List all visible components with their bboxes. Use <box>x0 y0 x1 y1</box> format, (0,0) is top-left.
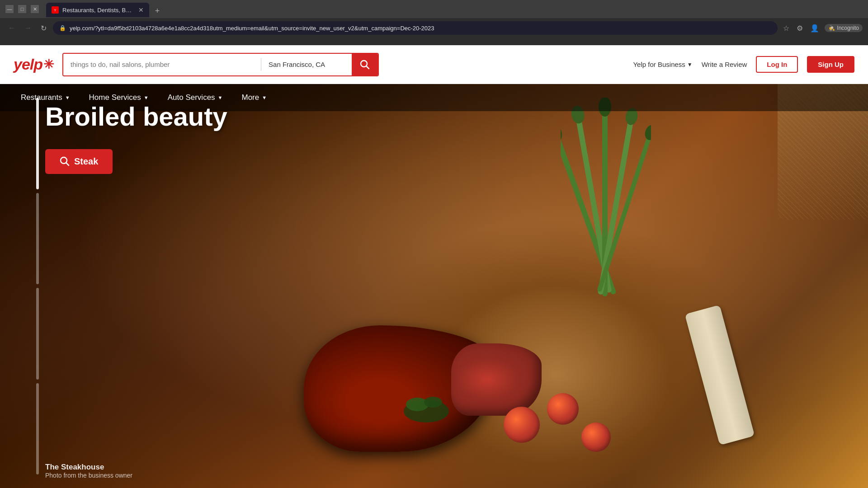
nav-auto-services-label: Auto Services <box>168 93 215 102</box>
nav-more-label: More <box>242 93 259 102</box>
indicator-segment-3 <box>36 288 39 380</box>
more-chevron-icon: ▼ <box>262 95 267 100</box>
svg-rect-2 <box>561 132 617 295</box>
indicator-segment-2 <box>36 193 39 285</box>
nav-home-services-label: Home Services <box>89 93 141 102</box>
yelp-logo[interactable]: yelp✳ <box>14 56 53 73</box>
nav-item-more[interactable]: More ▼ <box>235 89 274 106</box>
browser-actions: ☆ ⚙ 👤 🕵 Incognito <box>781 22 863 34</box>
restaurants-chevron-icon: ▼ <box>65 95 70 100</box>
forward-button[interactable]: → <box>22 22 34 34</box>
svg-point-3 <box>561 122 564 143</box>
home-services-chevron-icon: ▼ <box>144 95 149 100</box>
address-bar[interactable]: 🔒 yelp.com/?ytl=da9f5bd2103a4728a6e4e1a8… <box>53 21 778 35</box>
search-icon <box>360 60 370 70</box>
url-text: yelp.com/?ytl=da9f5bd2103a4728a6e4e1a8cc… <box>70 25 771 32</box>
reload-button[interactable]: ↻ <box>38 22 49 34</box>
svg-point-11 <box>643 123 651 141</box>
incognito-badge: 🕵 Incognito <box>825 24 863 32</box>
svg-point-14 <box>424 397 442 408</box>
tomato-2 <box>547 393 579 425</box>
tab-bar: Y Restaurants, Dentists, Bars, Bea... ✕ … <box>42 1 863 17</box>
incognito-label: Incognito <box>837 25 859 31</box>
indicator-segment-4 <box>36 383 39 475</box>
steak-cta-button[interactable]: Steak <box>45 149 113 174</box>
indicator-segment-1 <box>36 98 39 189</box>
extensions-button[interactable]: ⚙ <box>795 22 805 34</box>
profile-button[interactable]: 👤 <box>808 22 821 34</box>
header-actions: Yelp for Business ▼ Write a Review Log I… <box>633 56 854 73</box>
browser-chrome: — □ ✕ Y Restaurants, Dentists, Bars, Bea… <box>0 0 868 45</box>
svg-line-1 <box>367 66 369 69</box>
hero-title: Broiled beauty <box>45 102 227 131</box>
steak-search-icon <box>60 156 70 166</box>
auto-services-chevron-icon: ▼ <box>218 95 223 100</box>
yelp-header: yelp✳ Yelp for Business ▼ Write a Review… <box>0 45 868 84</box>
herbs-decoration <box>399 389 453 425</box>
chevron-down-icon: ▼ <box>687 61 693 68</box>
maximize-button[interactable]: □ <box>18 5 26 13</box>
hero-indicator-bar <box>36 98 39 474</box>
back-button[interactable]: ← <box>5 22 18 34</box>
browser-titlebar: — □ ✕ Y Restaurants, Dentists, Bars, Bea… <box>0 0 868 18</box>
bookmark-button[interactable]: ☆ <box>781 22 791 34</box>
yelp-page: yelp✳ Yelp for Business ▼ Write a Review… <box>0 45 868 488</box>
location-input[interactable] <box>261 54 352 75</box>
minimize-button[interactable]: — <box>5 5 14 13</box>
yelp-logo-text: yelp <box>14 56 42 73</box>
hero-caption: The Steakhouse Photo from the business o… <box>45 463 132 479</box>
tomato-1 <box>504 407 540 443</box>
tab-favicon: Y <box>52 6 59 14</box>
search-input[interactable] <box>63 54 261 75</box>
nav-restaurants-label: Restaurants <box>21 93 62 102</box>
yelp-for-business-link[interactable]: Yelp for Business ▼ <box>633 61 692 68</box>
asparagus-decoration <box>561 98 651 324</box>
hero-content: Broiled beauty Steak <box>45 102 227 174</box>
close-button[interactable]: ✕ <box>31 5 39 13</box>
new-tab-button[interactable]: + <box>151 5 164 17</box>
yelp-burst-icon: ✳ <box>43 57 53 72</box>
active-tab[interactable]: Y Restaurants, Dentists, Bars, Bea... ✕ <box>46 3 149 17</box>
tomato-3 <box>581 422 611 452</box>
steak-cut-surface <box>451 343 542 416</box>
search-button[interactable] <box>352 54 378 75</box>
incognito-icon: 🕵 <box>828 25 835 31</box>
svg-line-16 <box>66 163 69 166</box>
caption-photo-credit: Photo from the business owner <box>45 472 132 479</box>
search-bar <box>62 53 379 76</box>
window-controls: — □ ✕ <box>5 5 39 13</box>
tab-close-button[interactable]: ✕ <box>138 6 144 14</box>
caption-business-name: The Steakhouse <box>45 463 132 472</box>
write-review-link[interactable]: Write a Review <box>702 61 747 68</box>
steak-btn-label: Steak <box>74 156 98 167</box>
address-bar-row: ← → ↻ 🔒 yelp.com/?ytl=da9f5bd2103a4728a6… <box>0 18 868 38</box>
tab-title: Restaurants, Dentists, Bars, Bea... <box>62 7 135 14</box>
lock-icon: 🔒 <box>59 25 66 31</box>
login-button[interactable]: Log In <box>756 56 798 73</box>
yelp-hero: Broiled beauty Steak The Steakhouse Phot… <box>0 84 868 488</box>
signup-button[interactable]: Sign Up <box>807 56 854 73</box>
